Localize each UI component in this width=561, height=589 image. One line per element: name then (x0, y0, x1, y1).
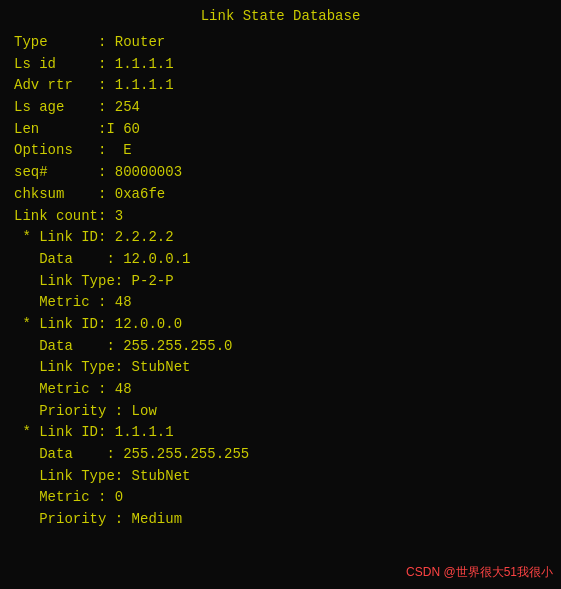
link1-type: Link Type: P-2-P (14, 271, 547, 293)
link2-priority: Priority : Low (14, 401, 547, 423)
link3-type: Link Type: StubNet (14, 466, 547, 488)
link2-id: * Link ID: 12.0.0.0 (14, 314, 547, 336)
link3-data: Data : 255.255.255.255 (14, 444, 547, 466)
link2-type: Link Type: StubNet (14, 357, 547, 379)
watermark-text: CSDN @世界很大 (406, 565, 504, 579)
link2-metric: Metric : 48 (14, 379, 547, 401)
terminal: Link State Database Type : Router Ls id … (0, 0, 561, 589)
linkcount-line: Link count: 3 (14, 206, 547, 228)
lsage-line: Ls age : 254 (14, 97, 547, 119)
link2-data: Data : 255.255.255.0 (14, 336, 547, 358)
len-line: Len :I 60 (14, 119, 547, 141)
watermark-suffix: 51我很小 (504, 565, 553, 579)
advrtr-line: Adv rtr : 1.1.1.1 (14, 75, 547, 97)
chksum-line: chksum : 0xa6fe (14, 184, 547, 206)
title: Link State Database (14, 8, 547, 24)
lsid-line: Ls id : 1.1.1.1 (14, 54, 547, 76)
link3-metric: Metric : 0 (14, 487, 547, 509)
link1-id: * Link ID: 2.2.2.2 (14, 227, 547, 249)
link1-metric: Metric : 48 (14, 292, 547, 314)
watermark: CSDN @世界很大51我很小 (406, 564, 553, 581)
link3-priority: Priority : Medium (14, 509, 547, 531)
seq-line: seq# : 80000003 (14, 162, 547, 184)
link1-data: Data : 12.0.0.1 (14, 249, 547, 271)
options-line: Options : E (14, 140, 547, 162)
link3-id: * Link ID: 1.1.1.1 (14, 422, 547, 444)
type-line: Type : Router (14, 32, 547, 54)
